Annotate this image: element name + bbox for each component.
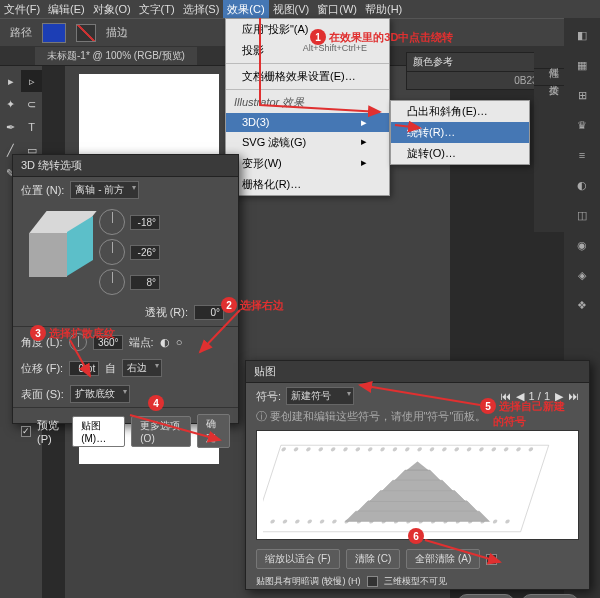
y-rotation-dial[interactable] <box>99 239 125 265</box>
invisible-checkbox[interactable] <box>367 576 378 587</box>
menu-doc-raster[interactable]: 文档栅格效果设置(E)… <box>226 66 389 87</box>
offset-value[interactable]: 0 pt <box>69 361 99 376</box>
panel-icon-color[interactable]: ◧ <box>568 22 596 48</box>
cap-off-icon[interactable]: ○ <box>176 336 183 348</box>
svg-point-19 <box>503 447 508 451</box>
document-tab[interactable]: 未标题-1* @ 100% (RGB/预览) <box>35 47 197 65</box>
svg-point-25 <box>295 519 300 523</box>
menu-3d[interactable]: 3D(3)▸ <box>226 113 389 132</box>
fill-swatch[interactable] <box>42 23 66 43</box>
surface-dropdown[interactable]: 扩散底纹 <box>70 385 130 403</box>
stroke-swatch[interactable] <box>76 24 96 42</box>
symbol-dropdown[interactable]: 新建符号 <box>286 387 354 405</box>
map-art-dialog: 贴图 符号: 新建符号 ⏮ ◀ 1 / 1 ▶ ⏭ ⓘ 要创建和编辑这些符号，请… <box>245 360 590 590</box>
symbol-artwork <box>263 437 572 540</box>
perspective-value[interactable]: 0° <box>194 305 224 320</box>
svg-point-15 <box>454 447 459 451</box>
menu-svg-filters[interactable]: SVG 滤镜(G)▸ <box>226 132 389 153</box>
path-label: 路径 <box>10 25 32 40</box>
menu-section-illustrator: Illustrator 效果 <box>226 92 389 113</box>
cap-on-icon[interactable]: ◐ <box>160 336 170 349</box>
badge-5: 5 <box>480 398 496 414</box>
from-label: 自 <box>105 361 116 376</box>
lasso-tool[interactable]: ⊂ <box>21 93 42 115</box>
shade-label: 贴图具有明暗调 (较慢) (H) <box>256 575 361 588</box>
3d-revolve-dialog: 3D 绕转选项 位置 (N): 离轴 - 前方 -18° -26° 8° 透视 … <box>12 154 239 424</box>
menu-type[interactable]: 文字(T) <box>135 0 179 18</box>
perspective-label: 透视 (R): <box>145 305 188 320</box>
menu-object[interactable]: 对象(O) <box>89 0 135 18</box>
svg-point-13 <box>429 447 434 451</box>
svg-point-6 <box>343 447 348 451</box>
clear-all-button[interactable]: 全部清除 (A) <box>406 549 480 569</box>
svg-point-1 <box>281 447 286 451</box>
3d-preview-cube[interactable] <box>23 211 99 277</box>
menu-file[interactable]: 文件(F) <box>0 0 44 18</box>
menu-edit[interactable]: 编辑(E) <box>44 0 89 18</box>
more-options-button[interactable]: 更多选项 (O) <box>131 416 191 447</box>
map-cancel-button[interactable]: 取消 <box>521 594 579 598</box>
menu-extrude[interactable]: 凸出和斜角(E)… <box>391 101 529 122</box>
svg-point-14 <box>442 447 447 451</box>
tab-by-type[interactable]: 按类 <box>534 69 564 86</box>
3d-submenu: 凸出和斜角(E)… 绕转(R)… 旋转(O)… <box>390 100 530 165</box>
tab-properties[interactable]: 属性 <box>534 52 564 69</box>
menu-help[interactable]: 帮助(H) <box>361 0 406 18</box>
ok-button[interactable]: 确定 <box>197 414 230 448</box>
menu-view[interactable]: 视图(V) <box>269 0 314 18</box>
from-edge-dropdown[interactable]: 右边 <box>122 359 162 377</box>
surface-last-icon[interactable]: ⏭ <box>568 390 579 402</box>
z-rotation-value[interactable]: 8° <box>130 275 160 290</box>
stroke-label: 描边 <box>106 25 128 40</box>
badge-6: 6 <box>408 528 424 544</box>
panel-icon-stroke[interactable]: ≡ <box>568 142 596 168</box>
map-ok-button[interactable]: 确定 <box>457 594 515 598</box>
y-rotation-value[interactable]: -26° <box>130 245 160 260</box>
panel-icon-gradient[interactable]: ◐ <box>568 172 596 198</box>
menu-effect[interactable]: 效果(C) <box>223 0 268 18</box>
clear-button[interactable]: 清除 (C) <box>346 549 401 569</box>
preview-checkbox[interactable] <box>21 426 31 437</box>
badge-1: 1 <box>310 29 326 45</box>
scale-to-fit-button[interactable]: 缩放以适合 (F) <box>256 549 340 569</box>
offset-label: 位移 (F): <box>21 361 63 376</box>
map-art-title: 贴图 <box>246 361 589 383</box>
menu-window[interactable]: 窗口(W) <box>313 0 361 18</box>
direct-selection-tool[interactable]: ▹ <box>21 70 42 92</box>
panel-icon-layers[interactable]: ❖ <box>568 292 596 318</box>
panel-icon-graphic-styles[interactable]: ◈ <box>568 262 596 288</box>
menu-rasterize[interactable]: 栅格化(R)… <box>226 174 389 195</box>
3d-dialog-title: 3D 绕转选项 <box>13 155 238 177</box>
x-rotation-dial[interactable] <box>99 209 125 235</box>
map-art-preview[interactable] <box>256 430 579 540</box>
position-label: 位置 (N): <box>21 183 64 198</box>
z-rotation-dial[interactable] <box>99 269 125 295</box>
svg-point-12 <box>417 447 422 451</box>
panel-icon-transparency[interactable]: ◫ <box>568 202 596 228</box>
type-tool[interactable]: T <box>21 116 42 138</box>
svg-point-26 <box>307 519 312 523</box>
position-dropdown[interactable]: 离轴 - 前方 <box>70 181 139 199</box>
symbol-label: 符号: <box>256 389 281 404</box>
panel-icon-appearance[interactable]: ◉ <box>568 232 596 258</box>
menu-select[interactable]: 选择(S) <box>179 0 224 18</box>
menu-warp[interactable]: 变形(W)▸ <box>226 153 389 174</box>
callout-4: 4 <box>148 395 164 411</box>
callout-3: 3 选择扩散底纹 <box>30 325 115 341</box>
panel-icon-brushes[interactable]: ⊞ <box>568 82 596 108</box>
shade-checkbox[interactable] <box>486 554 497 565</box>
panel-icon-swatches[interactable]: ▦ <box>568 52 596 78</box>
svg-point-28 <box>332 519 337 523</box>
selection-tool[interactable]: ▸ <box>0 70 21 92</box>
panel-icon-symbols[interactable]: ♛ <box>568 112 596 138</box>
menu-rotate[interactable]: 旋转(O)… <box>391 143 529 164</box>
info-icon: ⓘ <box>256 410 267 422</box>
pen-tool[interactable]: ✒ <box>0 116 21 138</box>
svg-point-4 <box>318 447 323 451</box>
x-rotation-value[interactable]: -18° <box>130 215 160 230</box>
surface-label: 表面 (S): <box>21 387 64 402</box>
magic-wand-tool[interactable]: ✦ <box>0 93 21 115</box>
menu-revolve[interactable]: 绕转(R)… <box>391 122 529 143</box>
svg-point-3 <box>306 447 311 451</box>
map-art-button[interactable]: 贴图 (M)… <box>72 416 125 447</box>
